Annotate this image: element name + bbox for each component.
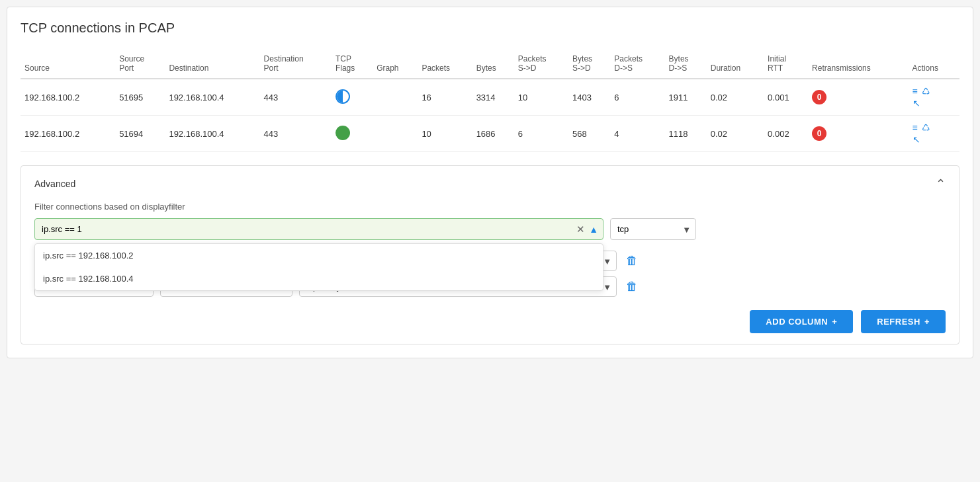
main-container: TCP connections in PCAP Source SourcePor… (7, 7, 973, 358)
cell-bytes: 1686 (472, 116, 514, 152)
cell-bytes-ds: 1118 (665, 116, 707, 152)
buttons-row: ADD COLUMN + REFRESH + (34, 310, 946, 333)
cell-packets-ds: 4 (610, 116, 664, 152)
cell-bytes: 3314 (472, 79, 514, 116)
tcp-flag-full-icon (335, 126, 350, 140)
tcp-table: Source SourcePort Destination Destinatio… (21, 49, 959, 152)
protocol-select[interactable]: tcp udp all (610, 218, 696, 240)
cell-actions: ≡ ♺ ↖ (909, 116, 959, 152)
refresh-label: REFRESH (877, 317, 920, 327)
col-packets-sd: PacketsS->D (514, 49, 568, 79)
filter-row: ✕ ▲ ip.src == 192.168.100.2 ip.src == 19… (34, 218, 946, 240)
autocomplete-item-1[interactable]: ip.src == 192.168.100.2 (35, 244, 603, 267)
cell-source-port: 51694 (115, 116, 165, 152)
retransmissions-badge: 0 (812, 90, 826, 104)
table-row: 192.168.100.2 51694 192.168.100.4 443 10… (21, 116, 959, 152)
cell-retransmissions: 0 (808, 116, 909, 152)
col-dest-port: DestinationPort (260, 49, 332, 79)
cell-bytes-ds: 1911 (665, 79, 707, 116)
cell-duration: 0.02 (707, 116, 764, 152)
col-destination: Destination (165, 49, 259, 79)
add-column-button[interactable]: ADD COLUMN + (750, 310, 853, 333)
page-title: TCP connections in PCAP (21, 20, 959, 36)
cell-bytes-sd: 1403 (568, 79, 610, 116)
action-icons: ≡ ♺ ↖ (913, 122, 956, 145)
col-packets-ds: PacketsD->S (610, 49, 664, 79)
network-icon[interactable]: ♺ (922, 86, 930, 97)
tcp-flag-half-icon (335, 89, 350, 104)
action-icon-row-bottom: ↖ (913, 98, 956, 108)
filter-clear-icon[interactable]: ✕ (576, 223, 585, 235)
cell-graph (373, 116, 418, 152)
autocomplete-dropdown: ip.src == 192.168.100.2 ip.src == 192.16… (34, 243, 603, 291)
col-tcp-flags: TCPFlags (332, 49, 373, 79)
cell-source: 192.168.100.2 (21, 116, 115, 152)
add-column-label: ADD COLUMN (766, 317, 828, 327)
action-icon-row-top: ≡ ♺ (913, 86, 956, 97)
col-duration: Duration (707, 49, 764, 79)
cell-packets-sd: 6 (514, 116, 568, 152)
cell-packets-ds: 6 (610, 79, 664, 116)
action-icons: ≡ ♺ ↖ (913, 86, 956, 108)
filter-icon[interactable]: ≡ (913, 122, 918, 133)
cell-tcp-flags (332, 79, 373, 116)
add-column-plus-icon: + (832, 317, 837, 327)
cell-bytes-sd: 568 (568, 116, 610, 152)
expand-icon[interactable]: ↖ (913, 98, 920, 108)
cell-initial-rtt: 0.002 (764, 116, 808, 152)
cell-duration: 0.02 (707, 79, 764, 116)
network-icon[interactable]: ♺ (922, 122, 930, 133)
col-graph: Graph (373, 49, 418, 79)
table-row: 192.168.100.2 51695 192.168.100.4 443 16… (21, 79, 959, 116)
advanced-title: Advanced (34, 179, 75, 189)
delete-column-icon[interactable]: 🗑 (623, 277, 641, 296)
col-bytes-ds: BytesD->S (665, 49, 707, 79)
advanced-section: Advanced ⌃ Filter connections based on d… (21, 165, 959, 344)
advanced-collapse-icon[interactable]: ⌃ (936, 177, 946, 191)
filter-input-wrapper: ✕ ▲ ip.src == 192.168.100.2 ip.src == 19… (34, 218, 603, 240)
refresh-plus-icon: + (924, 317, 930, 327)
cell-graph (373, 79, 418, 116)
col-packets: Packets (418, 49, 472, 79)
cell-packets: 16 (418, 79, 472, 116)
retransmissions-badge: 0 (812, 126, 826, 141)
col-source: Source (21, 49, 115, 79)
filter-icon[interactable]: ≡ (913, 86, 918, 97)
col-retransmissions: Retransmissions (808, 49, 909, 79)
col-bytes: Bytes (472, 49, 514, 79)
expand-icon[interactable]: ↖ (913, 134, 920, 145)
cell-destination: 192.168.100.4 (165, 116, 259, 152)
cell-retransmissions: 0 (808, 79, 909, 116)
advanced-header: Advanced ⌃ (34, 177, 946, 191)
action-icon-row-top: ≡ ♺ (913, 122, 956, 133)
cell-tcp-flags (332, 116, 373, 152)
cell-dest-port: 443 (260, 116, 332, 152)
cell-initial-rtt: 0.001 (764, 79, 808, 116)
cell-packets: 10 (418, 116, 472, 152)
autocomplete-item-2[interactable]: ip.src == 192.168.100.4 (35, 267, 603, 290)
cell-packets-sd: 10 (514, 79, 568, 116)
filter-input[interactable] (34, 218, 603, 240)
col-bytes-sd: BytesS->D (568, 49, 610, 79)
col-initial-rtt: InitialRTT (764, 49, 808, 79)
cell-source: 192.168.100.2 (21, 79, 115, 116)
cell-destination: 192.168.100.4 (165, 79, 259, 116)
col-source-port: SourcePort (115, 49, 165, 79)
cell-source-port: 51695 (115, 79, 165, 116)
filter-input-actions: ✕ ▲ (576, 223, 598, 235)
delete-column-icon[interactable]: 🗑 (623, 251, 641, 270)
refresh-button[interactable]: REFRESH + (861, 310, 946, 333)
protocol-select-wrapper: tcp udp all ▼ (610, 218, 696, 240)
col-actions: Actions (909, 49, 959, 79)
cell-actions: ≡ ♺ ↖ (909, 79, 959, 116)
action-icon-row-bottom: ↖ (913, 134, 956, 145)
filter-toggle-icon[interactable]: ▲ (589, 224, 598, 235)
cell-dest-port: 443 (260, 79, 332, 116)
filter-label: Filter connections based on displayfilte… (34, 202, 946, 212)
